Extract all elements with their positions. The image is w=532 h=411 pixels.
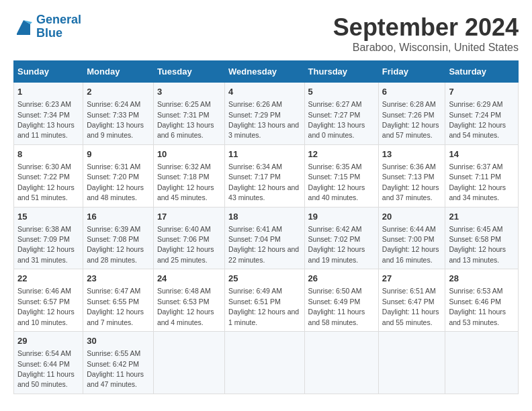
day-info: Sunrise: 6:32 AMSunset: 7:18 PMDaylight:… (157, 163, 214, 201)
day-info: Sunrise: 6:38 AMSunset: 7:09 PMDaylight:… (17, 225, 75, 264)
day-info: Sunrise: 6:24 AMSunset: 7:33 PMDaylight:… (87, 100, 144, 139)
list-item: 1 Sunrise: 6:23 AMSunset: 7:34 PMDayligh… (14, 83, 83, 145)
list-item: 24 Sunrise: 6:48 AMSunset: 6:53 PMDaylig… (153, 269, 224, 332)
list-item (445, 332, 519, 394)
list-item: 18 Sunrise: 6:41 AMSunset: 7:04 PMDaylig… (225, 207, 304, 269)
list-item (153, 332, 224, 394)
day-info: Sunrise: 6:42 AMSunset: 7:02 PMDaylight:… (308, 225, 365, 264)
day-number: 25 (228, 273, 300, 285)
day-info: Sunrise: 6:30 AMSunset: 7:22 PMDaylight:… (17, 163, 75, 201)
day-number: 22 (17, 273, 79, 285)
day-info: Sunrise: 6:54 AMSunset: 6:44 PMDaylight:… (17, 349, 75, 388)
list-item: 6 Sunrise: 6:28 AMSunset: 7:26 PMDayligh… (378, 83, 445, 145)
day-number: 12 (308, 148, 375, 161)
list-item: 26 Sunrise: 6:50 AMSunset: 6:49 PMDaylig… (304, 269, 378, 332)
day-number: 20 (382, 211, 442, 223)
col-saturday: Saturday (445, 61, 519, 83)
day-info: Sunrise: 6:45 AMSunset: 6:58 PMDaylight:… (449, 225, 506, 264)
col-monday: Monday (83, 61, 154, 83)
list-item: 10 Sunrise: 6:32 AMSunset: 7:18 PMDaylig… (153, 144, 224, 207)
logo-line2: Blue (36, 26, 62, 40)
day-number: 24 (157, 273, 221, 285)
day-info: Sunrise: 6:34 AMSunset: 7:17 PMDaylight:… (228, 163, 299, 201)
list-item: 12 Sunrise: 6:35 AMSunset: 7:15 PMDaylig… (304, 144, 378, 207)
list-item: 4 Sunrise: 6:26 AMSunset: 7:29 PMDayligh… (225, 83, 304, 145)
title-block: September 2024 Baraboo, Wisconsin, Unite… (333, 13, 519, 54)
list-item: 8 Sunrise: 6:30 AMSunset: 7:22 PMDayligh… (14, 144, 83, 207)
day-number: 8 (17, 148, 79, 161)
list-item (304, 332, 378, 394)
day-info: Sunrise: 6:41 AMSunset: 7:04 PMDaylight:… (228, 225, 299, 264)
list-item: 28 Sunrise: 6:53 AMSunset: 6:46 PMDaylig… (445, 269, 519, 332)
list-item: 16 Sunrise: 6:39 AMSunset: 7:08 PMDaylig… (83, 207, 154, 269)
day-number: 10 (157, 148, 221, 161)
col-wednesday: Wednesday (225, 61, 304, 83)
list-item: 20 Sunrise: 6:44 AMSunset: 7:00 PMDaylig… (378, 207, 445, 269)
day-info: Sunrise: 6:27 AMSunset: 7:27 PMDaylight:… (308, 100, 365, 139)
day-number: 17 (157, 211, 221, 223)
day-number: 13 (382, 148, 442, 161)
day-number: 28 (449, 273, 515, 285)
list-item: 3 Sunrise: 6:25 AMSunset: 7:31 PMDayligh… (153, 83, 224, 145)
day-info: Sunrise: 6:48 AMSunset: 6:53 PMDaylight:… (157, 287, 214, 326)
day-info: Sunrise: 6:40 AMSunset: 7:06 PMDaylight:… (157, 225, 214, 264)
day-info: Sunrise: 6:23 AMSunset: 7:34 PMDaylight:… (17, 100, 75, 139)
day-number: 9 (87, 148, 150, 161)
day-number: 23 (87, 273, 150, 285)
day-info: Sunrise: 6:49 AMSunset: 6:51 PMDaylight:… (228, 287, 299, 326)
day-number: 18 (228, 211, 300, 223)
logo-icon (13, 19, 34, 35)
column-headers: Sunday Monday Tuesday Wednesday Thursday… (14, 61, 519, 83)
page-header: General Blue September 2024 Baraboo, Wis… (13, 13, 519, 54)
list-item (225, 332, 304, 394)
day-info: Sunrise: 6:31 AMSunset: 7:20 PMDaylight:… (87, 163, 144, 201)
day-number: 19 (308, 211, 375, 223)
page-subtitle: Baraboo, Wisconsin, United States (333, 42, 519, 54)
table-row: 29 Sunrise: 6:54 AMSunset: 6:44 PMDaylig… (14, 332, 519, 394)
day-number: 29 (17, 335, 79, 347)
page-title: September 2024 (333, 13, 519, 42)
day-number: 4 (228, 86, 300, 98)
day-number: 27 (382, 273, 442, 285)
svg-rect-2 (17, 34, 30, 35)
day-number: 2 (87, 86, 150, 98)
day-number: 1 (17, 86, 79, 98)
day-number: 21 (449, 211, 515, 223)
day-number: 3 (157, 86, 221, 98)
day-info: Sunrise: 6:25 AMSunset: 7:31 PMDaylight:… (157, 100, 214, 139)
list-item: 17 Sunrise: 6:40 AMSunset: 7:06 PMDaylig… (153, 207, 224, 269)
day-number: 5 (308, 86, 375, 98)
table-row: 8 Sunrise: 6:30 AMSunset: 7:22 PMDayligh… (14, 144, 519, 207)
list-item: 13 Sunrise: 6:36 AMSunset: 7:13 PMDaylig… (378, 144, 445, 207)
day-info: Sunrise: 6:46 AMSunset: 6:57 PMDaylight:… (17, 287, 75, 326)
day-info: Sunrise: 6:36 AMSunset: 7:13 PMDaylight:… (382, 163, 439, 201)
calendar-table: Sunday Monday Tuesday Wednesday Thursday… (13, 60, 519, 394)
list-item: 23 Sunrise: 6:47 AMSunset: 6:55 PMDaylig… (83, 269, 154, 332)
day-info: Sunrise: 6:51 AMSunset: 6:47 PMDaylight:… (382, 287, 439, 326)
day-info: Sunrise: 6:35 AMSunset: 7:15 PMDaylight:… (308, 163, 365, 201)
day-info: Sunrise: 6:47 AMSunset: 6:55 PMDaylight:… (87, 287, 144, 326)
list-item: 30 Sunrise: 6:55 AMSunset: 6:42 PMDaylig… (83, 332, 154, 394)
table-row: 1 Sunrise: 6:23 AMSunset: 7:34 PMDayligh… (14, 83, 519, 145)
list-item: 27 Sunrise: 6:51 AMSunset: 6:47 PMDaylig… (378, 269, 445, 332)
list-item: 29 Sunrise: 6:54 AMSunset: 6:44 PMDaylig… (14, 332, 83, 394)
logo-line1: General (36, 13, 81, 26)
day-info: Sunrise: 6:37 AMSunset: 7:11 PMDaylight:… (449, 163, 506, 201)
table-row: 22 Sunrise: 6:46 AMSunset: 6:57 PMDaylig… (14, 269, 519, 332)
col-friday: Friday (378, 61, 445, 83)
col-sunday: Sunday (14, 61, 83, 83)
list-item: 15 Sunrise: 6:38 AMSunset: 7:09 PMDaylig… (14, 207, 83, 269)
list-item: 11 Sunrise: 6:34 AMSunset: 7:17 PMDaylig… (225, 144, 304, 207)
day-info: Sunrise: 6:50 AMSunset: 6:49 PMDaylight:… (308, 287, 365, 326)
list-item: 5 Sunrise: 6:27 AMSunset: 7:27 PMDayligh… (304, 83, 378, 145)
list-item: 2 Sunrise: 6:24 AMSunset: 7:33 PMDayligh… (83, 83, 154, 145)
day-info: Sunrise: 6:28 AMSunset: 7:26 PMDaylight:… (382, 100, 439, 139)
list-item (378, 332, 445, 394)
day-number: 16 (87, 211, 150, 223)
list-item: 19 Sunrise: 6:42 AMSunset: 7:02 PMDaylig… (304, 207, 378, 269)
logo: General Blue (13, 13, 81, 40)
list-item: 25 Sunrise: 6:49 AMSunset: 6:51 PMDaylig… (225, 269, 304, 332)
col-thursday: Thursday (304, 61, 378, 83)
day-info: Sunrise: 6:55 AMSunset: 6:42 PMDaylight:… (87, 349, 144, 388)
day-info: Sunrise: 6:29 AMSunset: 7:24 PMDaylight:… (449, 100, 506, 139)
